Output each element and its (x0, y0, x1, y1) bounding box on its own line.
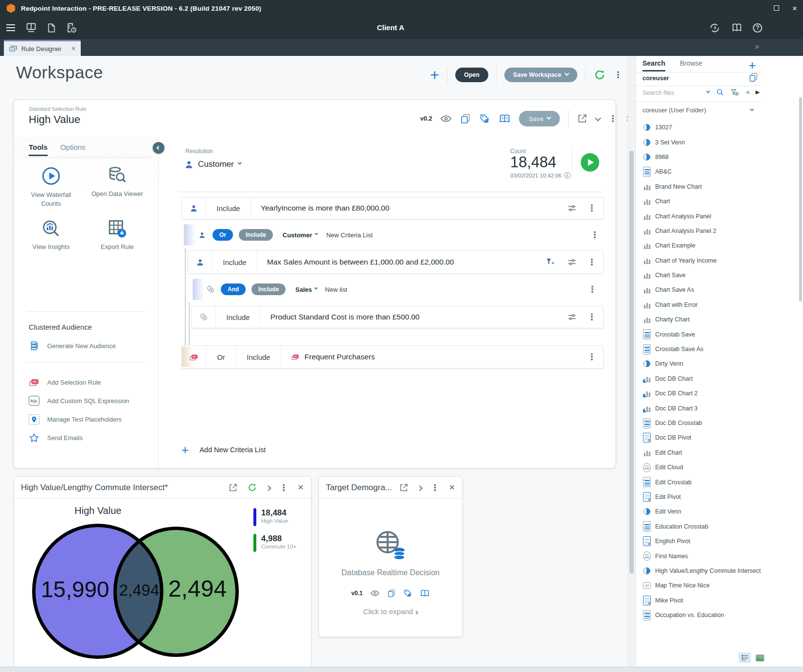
tab-overflow-icon[interactable]: » (755, 42, 758, 51)
row-menu-icon[interactable]: ⋮ (588, 353, 596, 361)
tag-icon[interactable] (479, 113, 490, 124)
operator-pill[interactable]: Include (239, 229, 273, 241)
file-list-item[interactable]: Doc DB Chart 2 (636, 386, 762, 401)
add-new-criteria-button[interactable]: + Add New Criteria List (181, 442, 266, 457)
rule-book-icon[interactable] (499, 113, 511, 124)
file-list-item[interactable]: Crosstab Save As (636, 342, 762, 356)
tab-browse[interactable]: Browse (680, 59, 703, 71)
file-list-item[interactable]: Chart Save As (636, 283, 762, 297)
conjunction-pill[interactable]: Or (213, 229, 233, 241)
criteria-row-rule[interactable]: Include YearlyIncome is more than £80,00… (181, 197, 604, 219)
row-menu-icon[interactable]: ⋮ (588, 285, 597, 294)
file-list-item[interactable]: Mike Pivot (636, 593, 762, 608)
add-selection-rule-button[interactable]: Add Selection Rule (29, 377, 101, 387)
file-list-item[interactable]: Edit Venn (636, 504, 762, 519)
open-in-new-icon[interactable] (399, 483, 409, 493)
file-list-item[interactable]: Brand New Chart (636, 179, 762, 194)
criteria-row-rule[interactable]: $ Include Product Standard Cost is more … (191, 306, 604, 328)
file-list-item[interactable]: Education Crosstab (636, 519, 762, 534)
file-list-item[interactable]: 8968 (636, 150, 762, 164)
folder-copy-icon[interactable] (749, 72, 758, 82)
file-list-item[interactable]: Chart of Yearly Income (636, 253, 762, 268)
rule-menu-icon[interactable]: ⋮ (608, 114, 617, 123)
file-list-item[interactable]: Map Time Nice Nice (636, 578, 762, 593)
info-icon[interactable]: i (564, 172, 571, 178)
filter-forward-icon[interactable]: » (546, 258, 556, 266)
close-panel-icon[interactable]: ✕ (449, 483, 455, 492)
file-list-item[interactable]: Chart Analysis Panel (636, 209, 762, 223)
operator-pill[interactable]: Include (251, 283, 286, 295)
panel-menu-icon[interactable]: ⋮ (280, 483, 288, 492)
file-list-item[interactable]: Dirty Venn (636, 356, 762, 371)
add-workspace-item-button[interactable]: + (430, 68, 439, 82)
file-list-item[interactable]: High Value/Lengthy Commute Intersect (636, 564, 762, 578)
file-list-item[interactable]: Doc DB Pivot (636, 430, 762, 445)
add-file-button[interactable]: + (749, 58, 756, 73)
panel-menu-icon[interactable]: ⋮ (431, 483, 440, 492)
file-list-item[interactable]: 3 Set Venn (636, 135, 762, 149)
chevron-down-icon[interactable] (706, 89, 710, 93)
run-count-button[interactable] (581, 153, 599, 172)
open-button[interactable]: Open (455, 68, 488, 82)
tab-tools[interactable]: Tools (29, 143, 48, 156)
click-to-expand[interactable]: Click to expand (319, 607, 462, 616)
tag-icon[interactable] (403, 589, 412, 598)
save-rule-button[interactable]: Save (519, 111, 560, 126)
open-in-new-icon[interactable] (228, 483, 238, 493)
filter-list-icon[interactable] (731, 88, 739, 96)
criteria-group-row[interactable]: $ And Include Sales New list ⋮ (193, 278, 604, 301)
file-list-item[interactable]: Chart with Error (636, 298, 762, 312)
preview-eye-icon[interactable] (370, 589, 380, 597)
group-scope[interactable]: Customer (283, 231, 318, 239)
search-files-input[interactable]: Search files (642, 89, 674, 96)
view-insights-button[interactable]: View Insights (18, 218, 84, 251)
file-list-item[interactable]: Edit Cloud (636, 460, 762, 475)
group-scope[interactable]: Sales (295, 286, 317, 293)
row-menu-icon[interactable]: ⋮ (588, 313, 596, 321)
forward-arrow-icon[interactable]: ▶ (755, 89, 759, 95)
send-emails-button[interactable]: Send Emails (29, 433, 83, 443)
file-list-item[interactable]: Doc DB Crosstab (636, 416, 762, 430)
tab-options[interactable]: Options (60, 143, 86, 156)
file-list-item[interactable]: Chart Example (636, 238, 762, 253)
criteria-row-audience[interactable]: Or Include Frequent Purchasers ⋮ (181, 345, 604, 369)
file-list-item[interactable]: Chart (636, 194, 762, 209)
file-list-item[interactable]: First Names (636, 548, 762, 563)
file-list-item[interactable]: Doc DB Chart 3 (636, 401, 762, 415)
sliders-icon[interactable] (567, 203, 577, 213)
criteria-row-rule[interactable]: Include Max Sales Amount is between £1,0… (188, 250, 604, 274)
file-list-item[interactable]: Charty Chart (636, 312, 762, 327)
file-list-item[interactable]: Edit Crosstab (636, 475, 762, 489)
user-folder-header[interactable]: coreuser (User Folder) (642, 106, 706, 114)
file-list-item[interactable]: Edit Pivot (636, 490, 762, 504)
back-arrow-icon[interactable]: ◀ (745, 89, 749, 95)
list-view-icon[interactable] (739, 653, 751, 663)
file-list-item[interactable]: Chart Save (636, 268, 762, 283)
tab-search[interactable]: Search (642, 59, 665, 71)
file-list-item[interactable]: 13027 (636, 120, 762, 135)
open-in-new-icon[interactable] (577, 113, 588, 124)
main-scrollbar[interactable] (627, 56, 635, 667)
criteria-group-row[interactable]: Or Include Customer New Criteria List ⋮ (184, 223, 606, 247)
row-menu-icon[interactable]: ⋮ (588, 204, 596, 212)
sync-power-icon[interactable] (709, 22, 721, 34)
search-input[interactable]: coreuser (642, 74, 669, 82)
chevron-right-icon[interactable] (418, 483, 422, 492)
file-list-item[interactable]: Crosstab Save (636, 327, 762, 341)
thumbnail-view-icon[interactable] (754, 653, 766, 663)
file-list-item[interactable]: Edit Chart (636, 445, 762, 460)
resolution-select[interactable]: Customer (184, 159, 241, 169)
row-menu-icon[interactable]: ⋮ (588, 258, 596, 266)
file-list-item[interactable]: English Pivot (636, 534, 762, 548)
close-window-button[interactable]: ✕ (791, 5, 798, 12)
row-menu-icon[interactable]: ⋮ (590, 230, 599, 239)
tab-close-icon[interactable]: ✕ (71, 45, 76, 52)
duplicate-icon[interactable] (460, 113, 471, 124)
conjunction-pill[interactable]: And (221, 283, 246, 295)
duplicate-icon[interactable] (387, 589, 396, 598)
open-data-viewer-button[interactable]: Open Data Viewer (84, 165, 150, 208)
book-icon[interactable] (420, 589, 430, 598)
add-custom-sql-button[interactable]: SQL Add Custom SQL Expression (29, 396, 129, 406)
file-list-item[interactable]: AB&C (636, 164, 762, 179)
refresh-icon[interactable] (247, 482, 257, 493)
